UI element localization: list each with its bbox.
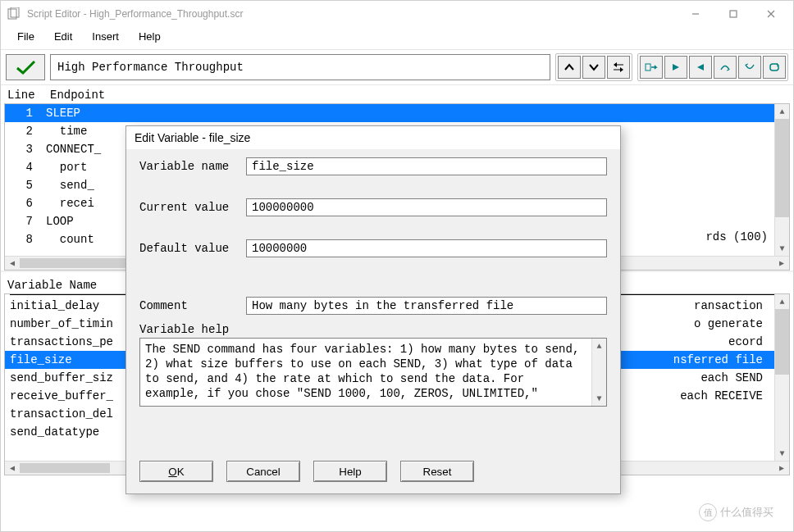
scroll-down-icon[interactable]: ▼ [775, 241, 789, 256]
scroll-right-icon[interactable]: ▶ [774, 462, 789, 475]
svg-rect-8 [646, 64, 650, 70]
scroll-left-icon[interactable]: ◀ [5, 462, 20, 475]
maximize-button[interactable] [714, 2, 752, 26]
watermark-text: 什么值得买 [720, 505, 773, 520]
current-value-input[interactable] [246, 198, 607, 216]
menu-help[interactable]: Help [129, 29, 171, 44]
loop-button[interactable] [763, 56, 786, 79]
scroll-down-icon[interactable]: ▼ [775, 446, 789, 461]
default-value-input[interactable] [246, 239, 607, 257]
script-name-input[interactable] [50, 54, 550, 80]
step-back-button[interactable] [689, 56, 712, 79]
scrollbar-vertical[interactable]: ▲ ▼ [774, 104, 789, 256]
toolbar [1, 49, 793, 85]
step-in-button[interactable] [640, 56, 663, 79]
close-button[interactable] [752, 2, 790, 26]
scroll-up-icon[interactable]: ▲ [775, 104, 789, 119]
label-variable-name: Variable name [139, 160, 246, 173]
app-icon [7, 7, 21, 20]
variable-name-input[interactable] [246, 157, 607, 175]
script-lines-header: Line Endpoint [1, 85, 793, 103]
scroll-thumb[interactable] [775, 309, 789, 375]
variable-help-text: The SEND command has four variables: 1) … [139, 338, 607, 407]
comment-input[interactable] [246, 297, 607, 315]
window-title: Script Editor - High_Performance_Through… [27, 8, 677, 20]
label-current-value: Current value [139, 201, 246, 214]
edit-variable-dialog: Edit Variable - file_size Variable name … [125, 125, 621, 494]
cancel-button[interactable]: Cancel [226, 461, 300, 482]
script-line-row[interactable]: 1SLEEP [5, 104, 789, 122]
help-content: The SEND command has four variables: 1) … [145, 342, 601, 401]
step-forward-button[interactable] [664, 56, 687, 79]
column-endpoint: Endpoint [50, 89, 105, 102]
line-tail-text: rds (100) [705, 230, 768, 243]
nav-swap-button[interactable] [607, 56, 630, 79]
nav-down-button[interactable] [582, 56, 605, 79]
apply-button[interactable] [6, 54, 45, 80]
menu-file[interactable]: File [7, 29, 44, 44]
scroll-down-icon[interactable]: ▼ [592, 391, 606, 406]
toolbar-group-step [637, 53, 788, 81]
menu-bar: File Edit Insert Help [1, 27, 793, 49]
ok-button[interactable]: OK [139, 461, 213, 482]
scroll-up-icon[interactable]: ▲ [775, 294, 789, 309]
watermark: 值 什么值得买 [699, 503, 773, 521]
step-over-button[interactable] [714, 56, 737, 79]
svg-rect-3 [730, 11, 737, 17]
label-default-value: Default value [139, 242, 246, 255]
svg-rect-9 [770, 64, 778, 70]
dialog-title: Edit Variable - file_size [126, 126, 620, 149]
minimize-button[interactable] [677, 2, 714, 26]
reset-button[interactable]: Reset [400, 461, 474, 482]
label-comment: Comment [139, 299, 246, 312]
title-bar: Script Editor - High_Performance_Through… [1, 1, 793, 27]
column-line: Line [7, 89, 50, 102]
nav-up-button[interactable] [558, 56, 581, 79]
scrollbar-vertical-bottom[interactable]: ▲ ▼ [774, 294, 789, 461]
help-scrollbar[interactable]: ▲ ▼ [591, 339, 606, 406]
menu-insert[interactable]: Insert [82, 29, 129, 44]
column-variable-name: Variable Name [7, 279, 139, 292]
toolbar-group-nav [555, 53, 632, 81]
scroll-thumb-h[interactable] [20, 463, 110, 473]
scroll-thumb[interactable] [775, 119, 789, 217]
scroll-left-icon[interactable]: ◀ [5, 257, 20, 270]
menu-edit[interactable]: Edit [44, 29, 82, 44]
label-variable-help: Variable help [139, 323, 607, 336]
help-button[interactable]: Help [313, 461, 387, 482]
watermark-icon: 值 [699, 503, 717, 521]
step-return-button[interactable] [738, 56, 761, 79]
scroll-right-icon[interactable]: ▶ [774, 257, 789, 270]
scroll-up-icon[interactable]: ▲ [592, 339, 606, 353]
